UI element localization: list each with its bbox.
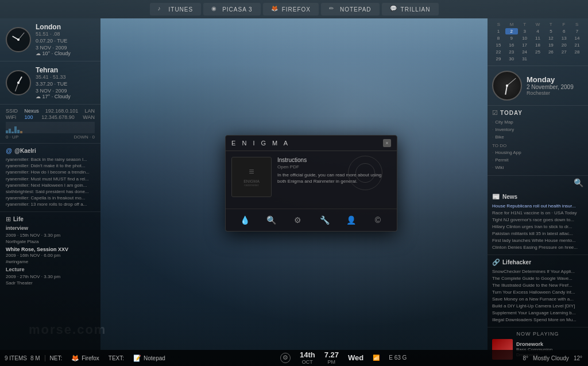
picasa-button[interactable]: ◉ PICASA 3 (203, 3, 260, 16)
news-item-4[interactable]: First lady launches White House mento... (492, 237, 583, 244)
trillian-button[interactable]: 💬 TRILLIAN (382, 3, 439, 16)
feed-item-3: ryanemiller: Must must MUST find a rel..… (6, 176, 95, 182)
life-event-1: 2009 · 16th NOV · 6.00 pm #wringame (6, 252, 95, 265)
network-widget: SSID Nexus 192.168.0.101 LAN WiFi 100 12… (0, 105, 100, 144)
today-title-label: TODAY (500, 110, 523, 116)
enigma-title-bar: E N I G M A × (226, 136, 397, 151)
lan-label: LAN (84, 108, 95, 114)
tehran-date: 3 NOV · 2009 (36, 88, 95, 94)
lh-item-4[interactable]: Save Money on a New Furnace with a... (492, 296, 583, 303)
lh-item-2[interactable]: The Illustrated Guide to the New Firef..… (492, 282, 583, 289)
calendar-widget: SMTWTFS 1 2 3 4 5 6 7 8 9 10 11 12 13 14… (488, 18, 588, 66)
bottom-notepad-button[interactable]: 📝 Notepad (129, 353, 170, 363)
now-playing-label: Now Playing (492, 331, 583, 337)
network-status-icon: 📶 (373, 355, 380, 361)
big-clock-date: 2 November, 2009 (527, 84, 583, 90)
lh-item-6[interactable]: Supplement Your Language Learning b... (492, 310, 583, 317)
notepad-button[interactable]: ✏ NOTEPAD (321, 3, 380, 16)
news-item-5[interactable]: Clinton Denies Easing Pressure on hree..… (492, 244, 583, 251)
enigma-settings-icon[interactable]: ⚙ (291, 213, 305, 228)
bottom-text-label: TEXT: (104, 354, 129, 363)
big-clock-day: Monday (527, 75, 583, 84)
news-item-1[interactable]: Tight NJ governor's race goes down to... (492, 217, 583, 224)
search-icon[interactable]: 🔍 (574, 178, 583, 187)
lifehacker-icon: 🔗 (492, 259, 500, 266)
london-city-label: London (36, 23, 95, 31)
bottom-temp-e: E 63 G (389, 355, 407, 361)
cloud-icon2: ☁ (36, 94, 41, 99)
life-section-interview: interview (6, 225, 95, 231)
calendar-days: 1 2 3 4 5 6 7 8 9 10 11 12 13 14 15 16 1… (492, 28, 583, 62)
lh-item-1[interactable]: The Complete Guide to Google Wave... (492, 275, 583, 282)
feed-item-1: ryanemiller: Didn't make it to the phot.… (6, 163, 95, 169)
wan-label: WAN (83, 114, 95, 120)
london-weather: ☁ 10° · Cloudy (36, 51, 95, 56)
news-icon: 📰 (492, 193, 500, 201)
tehran-time: 3.37.20 · TUE (36, 81, 95, 87)
big-clock-face (492, 71, 522, 101)
trillian-icon: 💬 (390, 5, 398, 13)
firefox-button[interactable]: 🦊 FIREFOX (263, 3, 319, 16)
top-taskbar: ♪ ITUNES ◉ PICASA 3 🦊 FIREFOX ✏ NOTEPAD … (0, 0, 588, 18)
lifehacker-title: Lifehacker (502, 259, 531, 265)
life-event-title-1: White Rose, Session XXV (6, 246, 95, 252)
enigma-main-row: ≡ ENIGMA rainmeter Instructions Open PDF… (231, 157, 391, 197)
feed-item-4: ryanemiller: Next Halloween I am goin... (6, 182, 95, 188)
life-section-lecture: Lecture (6, 267, 95, 272)
life-event-2: 2009 · 27th NOV · 3.30 pm Sadr Theater (6, 273, 95, 286)
enigma-title: E N I G M A (231, 140, 290, 147)
tehran-coords: 35.41 · 51.33 (36, 74, 95, 80)
today-widget: ☑ TODAY City Map Inventory Bike TO DO Ho… (488, 106, 588, 176)
lh-item-0[interactable]: SnowChecker Determines If Your Appli... (492, 268, 583, 275)
notepad-bottom-icon: 📝 (133, 355, 141, 362)
bottom-time-block: 7.27 PM (324, 350, 339, 365)
at-icon: @ (6, 147, 12, 154)
settings-button[interactable]: ⚙ (280, 353, 291, 363)
mac-label: 12.345.678.90 (41, 114, 75, 120)
london-clock-face (6, 27, 31, 52)
news-highlight[interactable]: House Republicans roll out health insur.… (492, 203, 583, 210)
firefox-icon: 🦊 (271, 5, 279, 13)
tehran-weather: ☁ 17° · Cloudy (36, 94, 95, 99)
firefox-bottom-icon: 🦊 (71, 355, 79, 362)
news-item-3[interactable]: Pakistan militants kill 35 in latest att… (492, 230, 583, 237)
london-clock-widget: London 51.51 · .08 0.07.20 · TUE 3 NOV ·… (0, 18, 100, 61)
news-widget: 📰 News House Republicans roll out health… (488, 190, 588, 255)
bottom-right: 8° Mostly Cloudy 12° (517, 355, 589, 361)
wifi-val: 100 (25, 114, 33, 120)
today-item-2: Bike (492, 134, 583, 141)
lh-item-3[interactable]: Turn Your Excess Halloween Candy int... (492, 289, 583, 296)
enigma-preview: ≡ ENIGMA rainmeter (231, 157, 272, 197)
ip-label: 192.168.0.101 (45, 108, 79, 114)
enigma-search-icon[interactable]: 🔍 (264, 213, 278, 228)
enigma-tools-icon[interactable]: 🔧 (317, 213, 332, 228)
enigma-body: ≡ ENIGMA rainmeter Instructions Open PDF… (226, 151, 397, 209)
bottom-date-block: 14th OCT (300, 350, 315, 365)
london-time: 0.07.20 · TUE (36, 38, 95, 44)
bottom-items-count: 9 ITEMS 8 M (0, 355, 45, 361)
tehran-clock-face (6, 70, 31, 95)
today-item-0: City Map (492, 119, 583, 126)
todo-label: TO DO (492, 143, 583, 148)
lh-item-7[interactable]: Illegal Downloaders Spend More on Mu... (492, 317, 583, 323)
lh-item-5[interactable]: Build a DIY Light-Up Camera Level [DIY] (492, 303, 583, 310)
news-item-2[interactable]: Hillary Clinton urges Iran to stick to d… (492, 224, 583, 230)
enigma-user-icon[interactable]: 👤 (343, 213, 358, 228)
todo-item-1: Permit (492, 157, 583, 164)
bottom-weekday-block: Wed (348, 353, 363, 363)
life-event-0: 2009 · 15th NOV · 3.30 pm Northgate Plaz… (6, 232, 95, 245)
network-graph (6, 122, 95, 133)
feed-item-5: sixthbrightest: Said president has done.… (6, 188, 95, 195)
enigma-water-icon[interactable]: 💧 (237, 213, 252, 228)
enigma-close-button[interactable]: × (383, 139, 391, 147)
feed-username: @Kaelri (14, 148, 36, 154)
bottom-firefox-button[interactable]: 🦊 Firefox (67, 353, 104, 363)
life-title-label: Life (13, 216, 24, 222)
np-artist: Dronework (516, 341, 583, 347)
bottom-net-label: NET: (45, 354, 67, 363)
news-item-0[interactable]: Race for H1N1 vaccine is on · USA Today (492, 210, 583, 217)
enigma-copyright-icon[interactable]: © (370, 213, 385, 228)
feed-item-7: ryanemiller: 13 more rolls to drop off a… (6, 201, 95, 207)
today-icon: ☑ (492, 109, 498, 117)
itunes-button[interactable]: ♪ ITUNES (150, 3, 202, 16)
